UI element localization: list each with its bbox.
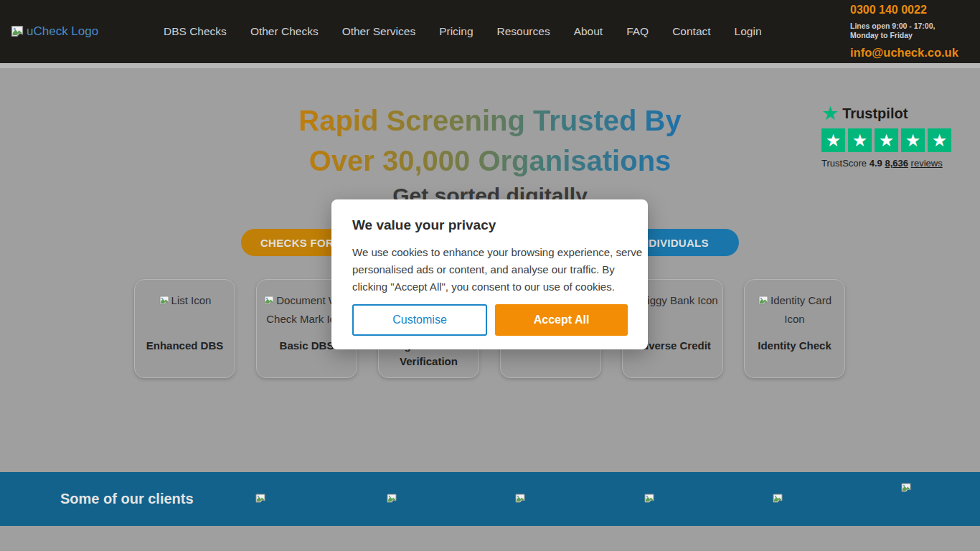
trustpilot-rating-stars: ★ ★ ★ ★ ★ (821, 128, 953, 152)
nav-login[interactable]: Login (735, 25, 762, 38)
hero-heading-line1: Rapid Screening Trusted By (298, 105, 681, 136)
clients-title: Some of our clients (60, 472, 194, 526)
phone-link[interactable]: 0300 140 0022 (850, 4, 927, 17)
opening-hours-line2: Monday to Friday (850, 31, 913, 39)
hero-heading-line2: Over 30,000 Organisations (309, 145, 672, 176)
cookie-dialog-title: We value your privacy (352, 217, 628, 233)
header: uCheck Logo DBS Checks Other Checks Othe… (0, 0, 980, 63)
client-logo-broken-image-icon (255, 493, 266, 504)
broken-image-icon (263, 295, 275, 306)
card-label: Enhanced DBS (138, 338, 232, 354)
client-logo-broken-image-icon (386, 493, 397, 504)
client-logo-broken-image-icon (900, 482, 912, 494)
opening-hours: Lines open 9:00 - 17:00, Monday to Frida… (850, 22, 935, 40)
trustpilot-widget[interactable]: ★ Trustpilot ★ ★ ★ ★ ★ TrustScore 4.9 8,… (821, 104, 953, 169)
nav-faq[interactable]: FAQ (626, 25, 649, 38)
broken-image-icon (10, 24, 24, 39)
header-contact: 0300 140 0022 Lines open 9:00 - 17:00, M… (850, 4, 970, 60)
trustpilot-star-icon: ★ (821, 104, 839, 123)
accept-all-button[interactable]: Accept All (495, 304, 628, 336)
hero-heading: Rapid Screening Trusted ByOver 30,000 Or… (298, 100, 681, 181)
cookie-dialog-body: We use cookies to enhance your browsing … (352, 244, 628, 296)
card-identity-check[interactable]: Identity Card Icon Identity Check (744, 279, 845, 378)
broken-image-icon (758, 295, 769, 306)
cookie-consent-dialog: We value your privacy We use cookies to … (331, 199, 648, 349)
opening-hours-line1: Lines open 9:00 - 17:00, (850, 22, 935, 30)
nav-other-services[interactable]: Other Services (342, 25, 416, 38)
trustpilot-brand-name: Trustpilot (842, 105, 908, 122)
cookie-body-line1: We use cookies to enhance your browsing … (352, 244, 628, 261)
client-logo-broken-image-icon (514, 493, 526, 504)
reviews-label-link[interactable]: reviews (911, 158, 943, 169)
email-link[interactable]: info@ucheck.co.uk (850, 46, 958, 60)
nav-other-checks[interactable]: Other Checks (250, 25, 319, 38)
card-enhanced-dbs[interactable]: List Icon Enhanced DBS (134, 279, 235, 378)
logo-alt-text: uCheck Logo (27, 24, 98, 39)
cookie-dialog-buttons: Customise Accept All (352, 304, 628, 336)
card-label: Identity Check (748, 338, 842, 354)
rating-star-icon: ★ (901, 128, 925, 152)
card-icon-alt: List Icon (139, 291, 230, 310)
broken-image-icon (159, 295, 170, 306)
rating-star-icon: ★ (928, 128, 951, 152)
cookie-body-line2: personalised ads or content, and analyse… (352, 261, 628, 278)
trustscore-value: 4.9 (870, 158, 882, 169)
nav-resources[interactable]: Resources (497, 25, 550, 38)
main-nav: DBS Checks Other Checks Other Services P… (164, 25, 762, 38)
card-icon-alt: Identity Card Icon (749, 291, 840, 329)
customise-button[interactable]: Customise (352, 304, 487, 336)
nav-pricing[interactable]: Pricing (439, 25, 473, 38)
trustscore-label: TrustScore (821, 158, 867, 169)
rating-star-icon: ★ (821, 128, 845, 152)
logo-link[interactable]: uCheck Logo (10, 24, 164, 39)
nav-dbs-checks[interactable]: DBS Checks (164, 25, 227, 38)
client-logo-broken-image-icon (644, 493, 655, 504)
rating-star-icon: ★ (875, 128, 898, 152)
reviews-count-link[interactable]: 8,636 (885, 158, 908, 169)
nav-about[interactable]: About (574, 25, 603, 38)
header-divider (0, 63, 980, 68)
trustpilot-score-line: TrustScore 4.9 8,636 reviews (821, 158, 953, 169)
trustpilot-brand: ★ Trustpilot (821, 104, 953, 123)
client-logo-broken-image-icon (772, 493, 783, 504)
page: uCheck Logo DBS Checks Other Checks Othe… (0, 0, 980, 551)
rating-star-icon: ★ (848, 128, 872, 152)
clients-bar: Some of our clients (0, 472, 980, 526)
cookie-body-line3: clicking "Accept All", you consent to ou… (352, 278, 628, 296)
nav-contact[interactable]: Contact (672, 25, 710, 38)
